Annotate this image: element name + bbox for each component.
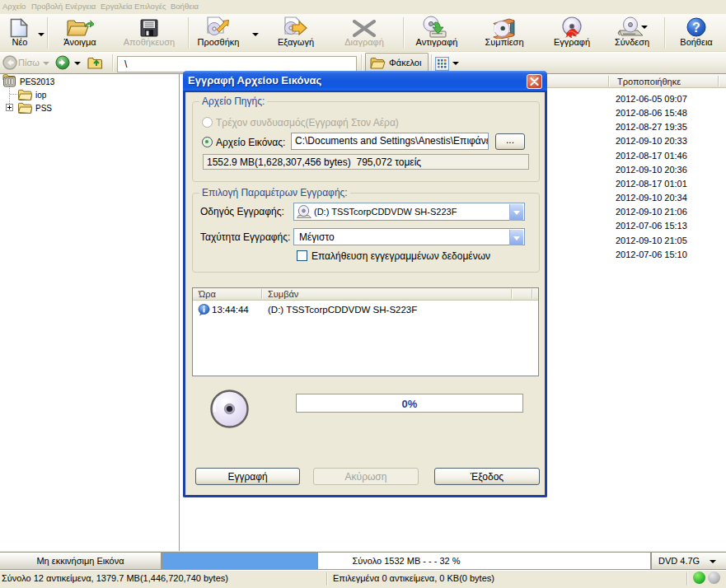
svg-text:?: ? (692, 21, 700, 35)
